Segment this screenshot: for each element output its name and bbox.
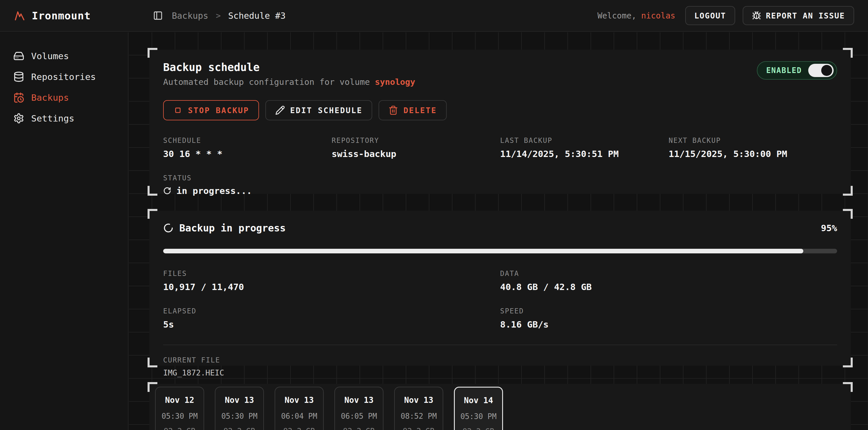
- stop-backup-button[interactable]: STOP BACKUP: [163, 100, 259, 120]
- snapshot-item[interactable]: Nov 13 06:04 PM 92.2 GB: [275, 387, 324, 430]
- logout-label: LOGOUT: [694, 11, 726, 20]
- progress-percent: 95%: [821, 223, 837, 233]
- snapshots-card: Nov 12 05:30 PM 92.2 GB Nov 13 05:30 PM …: [149, 384, 851, 430]
- logout-button[interactable]: LOGOUT: [685, 6, 736, 25]
- snapshot-size: 92.2 GB: [403, 427, 435, 430]
- progress-stats: FILES 10,917 / 11,470 DATA 40.8 GB / 42.…: [163, 269, 837, 330]
- snapshot-item[interactable]: Nov 13 06:05 PM 92.2 GB: [334, 387, 383, 430]
- stat-data: DATA 40.8 GB / 42.8 GB: [500, 269, 837, 292]
- sidebar-item-repositories[interactable]: Repositories: [0, 66, 128, 87]
- mountain-logo-icon: [13, 9, 26, 22]
- snapshot-item-selected[interactable]: Nov 14 05:30 PM 92.2 GB: [454, 387, 503, 430]
- stop-square-icon: [173, 105, 183, 115]
- username: nicolas: [641, 11, 675, 21]
- snapshot-time: 05:30 PM: [221, 412, 257, 421]
- status-value: in progress...: [163, 186, 837, 196]
- hard-drive-icon: [13, 51, 24, 62]
- sidebar-toggle-icon[interactable]: [152, 9, 164, 22]
- stat-value: 40.8 GB / 42.8 GB: [500, 282, 837, 292]
- backup-schedule-card: Backup schedule Automated backup configu…: [149, 49, 851, 194]
- field-label: REPOSITORY: [332, 136, 500, 144]
- sidebar-item-label: Volumes: [31, 51, 69, 61]
- enabled-label: ENABLED: [766, 66, 802, 75]
- card-subtitle: Automated backup configuration for volum…: [163, 77, 415, 87]
- breadcrumb-backups-link[interactable]: Backups: [172, 11, 208, 21]
- loader-spinner-icon: [163, 223, 174, 233]
- status-block: STATUS in progress...: [163, 174, 837, 196]
- snapshot-item[interactable]: Nov 13 08:52 PM 92.2 GB: [394, 387, 443, 430]
- pencil-icon: [275, 105, 285, 115]
- bug-icon: [752, 11, 761, 20]
- status-text: in progress...: [177, 186, 252, 196]
- sidebar-item-settings[interactable]: Settings: [0, 108, 128, 129]
- field-label: NEXT BACKUP: [669, 136, 837, 144]
- snapshot-date: Nov 13: [404, 395, 433, 405]
- current-file-value: IMG_1872.HEIC: [163, 368, 837, 377]
- schedule-details: SCHEDULE 30 16 * * * REPOSITORY swiss-ba…: [163, 136, 837, 159]
- stat-label: FILES: [163, 269, 500, 277]
- corner-bracket: [843, 358, 853, 367]
- stat-elapsed: ELAPSED 5s: [163, 307, 500, 330]
- field-label: SCHEDULE: [163, 136, 332, 144]
- toggle-knob: [821, 65, 832, 76]
- sidebar-item-backups[interactable]: Backups: [0, 87, 128, 108]
- breadcrumb-separator: >: [216, 11, 221, 21]
- app-title: Ironmount: [32, 10, 91, 22]
- card-title: Backup schedule: [163, 61, 415, 74]
- snapshot-date: Nov 13: [284, 395, 314, 405]
- snapshot-item[interactable]: Nov 13 05:30 PM 92.2 GB: [215, 387, 264, 430]
- snapshot-size: 92.2 GB: [463, 427, 494, 430]
- snapshot-size: 92.2 GB: [283, 427, 315, 430]
- field-schedule: SCHEDULE 30 16 * * *: [163, 136, 332, 159]
- sidebar-item-volumes[interactable]: Volumes: [0, 45, 128, 66]
- snapshot-time: 06:04 PM: [281, 412, 317, 421]
- snapshot-time: 05:30 PM: [161, 412, 197, 421]
- calendar-clock-icon: [13, 92, 24, 103]
- corner-bracket: [843, 186, 853, 196]
- breadcrumb: Backups > Schedule #3: [128, 9, 597, 22]
- field-next-backup: NEXT BACKUP 11/15/2025, 5:30:00 PM: [669, 136, 837, 159]
- enabled-toggle[interactable]: ENABLED: [757, 61, 837, 80]
- progress-fill: [163, 249, 803, 253]
- welcome-text: Welcome, nicolas: [597, 11, 675, 21]
- corner-bracket: [843, 48, 853, 58]
- snapshot-time: 05:30 PM: [460, 412, 496, 421]
- field-value: swiss-backup: [332, 148, 500, 159]
- snapshot-date: Nov 13: [225, 395, 254, 405]
- snapshot-item[interactable]: Nov 12 05:30 PM 92.2 GB: [155, 387, 204, 430]
- current-file-block: CURRENT FILE IMG_1872.HEIC: [163, 356, 837, 377]
- current-file-label: CURRENT FILE: [163, 356, 837, 364]
- stat-label: DATA: [500, 269, 837, 277]
- trash-icon: [389, 105, 398, 115]
- sidebar: Volumes Repositories Backups Settings: [0, 32, 128, 430]
- corner-bracket: [148, 186, 157, 196]
- sidebar-item-label: Settings: [31, 113, 74, 124]
- edit-schedule-button[interactable]: EDIT SCHEDULE: [266, 100, 372, 120]
- report-issue-button[interactable]: REPORT AN ISSUE: [743, 6, 854, 25]
- snapshot-size: 92.2 GB: [164, 427, 195, 430]
- corner-bracket: [148, 48, 157, 58]
- corner-bracket: [843, 209, 853, 219]
- stat-label: SPEED: [500, 307, 837, 315]
- progress-title: Backup in progress: [179, 222, 286, 234]
- gear-icon: [13, 113, 24, 124]
- stat-value: 5s: [163, 319, 500, 330]
- snapshot-time: 06:05 PM: [341, 412, 377, 421]
- stat-files: FILES 10,917 / 11,470: [163, 269, 500, 292]
- field-repository: REPOSITORY swiss-backup: [332, 136, 500, 159]
- stat-label: ELAPSED: [163, 307, 500, 315]
- snapshot-date: Nov 12: [165, 395, 194, 405]
- topbar-right: Welcome, nicolas LOGOUT REPORT AN ISSUE: [597, 6, 868, 25]
- sidebar-item-label: Repositories: [31, 72, 96, 82]
- snapshot-date: Nov 14: [464, 396, 493, 405]
- snapshot-date: Nov 13: [344, 395, 373, 405]
- field-value: 30 16 * * *: [163, 148, 332, 159]
- field-last-backup: LAST BACKUP 11/14/2025, 5:30:51 PM: [500, 136, 669, 159]
- edit-schedule-label: EDIT SCHEDULE: [290, 106, 362, 115]
- divider: [163, 344, 837, 345]
- stat-speed: SPEED 8.16 GB/s: [500, 307, 837, 330]
- corner-bracket: [148, 209, 157, 219]
- delete-button[interactable]: DELETE: [378, 100, 447, 120]
- report-issue-label: REPORT AN ISSUE: [766, 11, 845, 20]
- toggle-switch[interactable]: [808, 64, 834, 77]
